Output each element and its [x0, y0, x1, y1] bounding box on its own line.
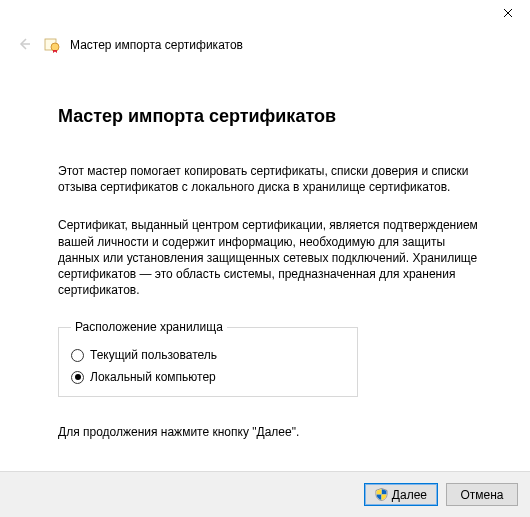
wizard-footer: Далее Отмена — [0, 471, 530, 517]
uac-shield-icon — [375, 488, 388, 501]
storage-location-group: Расположение хранилища Текущий пользоват… — [58, 320, 358, 397]
titlebar — [0, 0, 530, 30]
close-icon — [503, 7, 513, 21]
continue-note: Для продолжения нажмите кнопку "Далее". — [58, 425, 482, 439]
radio-local-computer[interactable]: Локальный компьютер — [71, 370, 345, 384]
radio-current-user[interactable]: Текущий пользователь — [71, 348, 345, 362]
back-arrow-icon — [16, 36, 32, 55]
next-button[interactable]: Далее — [364, 483, 438, 506]
radio-icon — [71, 371, 84, 384]
wizard-title: Мастер импорта сертификатов — [70, 38, 243, 52]
close-button[interactable] — [486, 0, 530, 28]
storage-location-legend: Расположение хранилища — [71, 320, 227, 334]
next-button-label: Далее — [392, 488, 427, 502]
back-button[interactable] — [14, 35, 34, 55]
radio-label: Локальный компьютер — [90, 370, 216, 384]
description-text: Сертификат, выданный центром сертификаци… — [58, 217, 482, 298]
radio-label: Текущий пользователь — [90, 348, 217, 362]
page-heading: Мастер импорта сертификатов — [58, 106, 482, 127]
radio-icon — [71, 349, 84, 362]
wizard-header: Мастер импорта сертификатов — [0, 30, 530, 58]
certificate-icon — [44, 37, 60, 53]
cancel-button-label: Отмена — [460, 488, 503, 502]
svg-point-2 — [51, 43, 59, 51]
intro-text: Этот мастер помогает копировать сертифик… — [58, 163, 482, 195]
cancel-button[interactable]: Отмена — [446, 483, 518, 506]
wizard-content: Мастер импорта сертификатов Этот мастер … — [0, 58, 530, 439]
